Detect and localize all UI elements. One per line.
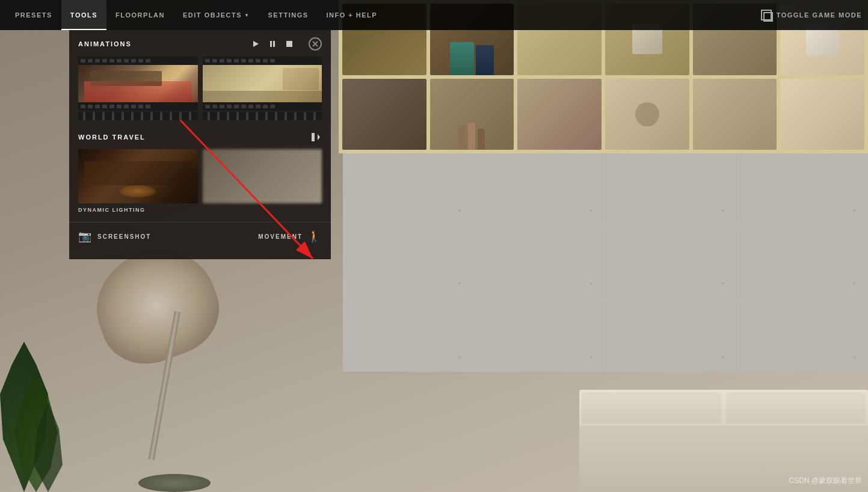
concrete-tile	[606, 153, 736, 225]
movement-tool[interactable]: MOVEMENT 🚶	[200, 230, 322, 243]
lamp-base	[138, 474, 211, 492]
plant	[0, 281, 84, 492]
pause-button[interactable]	[266, 38, 279, 50]
concrete-wall	[343, 153, 868, 372]
screenshot-tool[interactable]: 📷 SCREENSHOT	[78, 230, 200, 243]
shelf-box	[605, 79, 689, 150]
close-button[interactable]	[309, 37, 322, 51]
nav-info-help[interactable]: INFO + HELP	[318, 0, 387, 30]
world-travel-title: WORLD TRAVEL	[78, 134, 310, 141]
world-travel-thumbnails: DYNAMIC LIGHTING	[78, 149, 322, 213]
nav-settings-label: SETTINGS	[268, 11, 309, 19]
concrete-tile	[475, 153, 605, 225]
svg-rect-3	[286, 41, 292, 47]
nav-presets[interactable]: PRESETS	[6, 0, 61, 30]
topbar: PRESETS TOOLS FLOORPLAN EDIT OBJECTS ▼ S…	[0, 0, 868, 30]
nav-edit-objects-label: EDIT OBJECTS	[183, 11, 242, 19]
concrete-tile	[606, 227, 736, 298]
svg-rect-1	[270, 41, 272, 47]
shelf-box	[780, 79, 864, 150]
toggle-game-mode-label: TOGGLE GAME MODE	[777, 11, 862, 19]
svg-rect-2	[273, 41, 275, 47]
nav-info-help-label: INFO + HELP	[327, 11, 378, 19]
dynamic-lighting-thumbnail[interactable]: DYNAMIC LIGHTING	[78, 149, 198, 213]
stop-button[interactable]	[283, 38, 295, 50]
concrete-tile	[738, 227, 868, 298]
nav-settings[interactable]: SETTINGS	[259, 0, 318, 30]
bedroom-label: BEDROOM	[203, 114, 322, 120]
dropdown-arrow-icon: ▼	[244, 13, 250, 18]
concrete-tile	[343, 153, 473, 225]
animations-header: ANIMATIONS	[69, 30, 331, 57]
concrete-tile	[475, 227, 605, 298]
nav-tools[interactable]: TOOLS	[61, 0, 106, 30]
bedroom-thumbnail[interactable]: BEDROOM	[203, 57, 322, 120]
shelf-box	[517, 79, 602, 150]
camera-icon: 📷	[78, 230, 93, 243]
animation-controls	[250, 38, 295, 50]
shelf-box	[430, 79, 514, 150]
shelf-box	[342, 79, 426, 150]
play-button[interactable]	[250, 38, 262, 50]
svg-marker-0	[253, 41, 259, 47]
nav-floorplan-label: FLOORPLAN	[115, 11, 165, 19]
person-icon: 🚶	[307, 230, 322, 243]
movement-label: MOVEMENT	[258, 233, 303, 240]
animation-thumbnails: LIVING AREA	[69, 57, 331, 126]
concrete-tile	[343, 300, 473, 372]
nav-floorplan[interactable]: FLOORPLAN	[106, 0, 174, 30]
floor-lamp	[78, 221, 277, 492]
nav-presets-label: PRESETS	[15, 11, 52, 19]
concrete-tile	[606, 300, 736, 372]
living-area-thumbnail[interactable]: LIVING AREA	[78, 57, 198, 120]
second-world-thumbnail[interactable]	[203, 149, 322, 213]
toggle-game-mode-button[interactable]: TOGGLE GAME MODE	[761, 10, 862, 20]
world-travel-header: WORLD TRAVEL	[78, 131, 322, 143]
world-travel-action-button[interactable]	[310, 131, 322, 143]
nav-edit-objects[interactable]: EDIT OBJECTS ▼	[174, 0, 259, 30]
animations-title: ANIMATIONS	[78, 40, 242, 48]
screenshot-label: SCREENSHOT	[97, 233, 151, 240]
watermark: CSDN @蒙双眼看世界	[789, 476, 862, 486]
concrete-tile	[738, 153, 868, 225]
dynamic-lighting-label: DYNAMIC LIGHTING	[78, 207, 198, 213]
nav-tools-label: TOOLS	[70, 11, 97, 19]
toggle-game-mode-icon	[761, 10, 772, 20]
tools-panel: ANIMATIONS	[69, 30, 331, 259]
world-travel-section: WORLD TRAVEL DYNAMIC LIGHTING	[69, 126, 331, 219]
bottom-toolbar: 📷 SCREENSHOT MOVEMENT 🚶	[69, 222, 331, 250]
concrete-tile	[343, 227, 473, 298]
concrete-tile	[738, 300, 868, 372]
living-area-label: LIVING AREA	[78, 114, 198, 120]
shelf-box	[693, 79, 777, 150]
concrete-tile	[475, 300, 605, 372]
watermark-text: CSDN @蒙双眼看世界	[789, 476, 862, 485]
